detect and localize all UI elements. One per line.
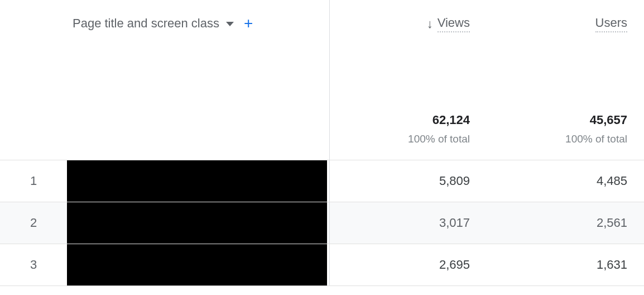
users-cell: 4,485: [487, 160, 644, 202]
total-value: 62,124: [330, 113, 470, 127]
total-subtext: 100% of total: [487, 133, 627, 145]
totals-dimension-cell: [0, 98, 329, 160]
dimension-header-cell: Page title and screen class +: [0, 0, 329, 98]
sort-down-arrow-icon[interactable]: ↓: [427, 18, 433, 30]
totals-users-cell: 45,657 100% of total: [487, 98, 644, 160]
table-body: 62,124 100% of total 45,657 100% of tota…: [0, 98, 644, 286]
views-cell: 3,017: [329, 202, 487, 244]
metric-label[interactable]: Users: [595, 16, 627, 32]
row-index: 1: [0, 174, 67, 188]
metric-header-users: Users: [487, 0, 644, 98]
totals-views-cell: 62,124 100% of total: [329, 98, 487, 160]
table-row[interactable]: 15,8094,485: [0, 160, 644, 202]
dimension-label[interactable]: Page title and screen class: [73, 16, 219, 31]
metric-label[interactable]: Views: [438, 16, 470, 32]
views-cell: 2,695: [329, 244, 487, 286]
dimension-cell: 1: [0, 160, 329, 202]
totals-row: 62,124 100% of total 45,657 100% of tota…: [0, 98, 644, 160]
views-cell: 5,809: [329, 160, 487, 202]
redacted-block: [67, 244, 327, 286]
chevron-down-icon[interactable]: [226, 22, 234, 26]
table-row[interactable]: 32,6951,631: [0, 244, 644, 286]
report-table: Page title and screen class + ↓ Views Us…: [0, 0, 644, 286]
redacted-block: [67, 202, 327, 244]
metric-header-views: ↓ Views: [329, 0, 487, 98]
users-cell: 1,631: [487, 244, 644, 286]
total-subtext: 100% of total: [330, 133, 470, 145]
dimension-cell: 3: [0, 244, 329, 286]
redacted-block: [67, 160, 327, 202]
row-index: 3: [0, 258, 67, 272]
table-row[interactable]: 23,0172,561: [0, 202, 644, 244]
add-dimension-icon[interactable]: +: [244, 16, 253, 31]
row-index: 2: [0, 216, 67, 230]
table-header-row: Page title and screen class + ↓ Views Us…: [0, 0, 644, 98]
total-value: 45,657: [487, 113, 627, 127]
users-cell: 2,561: [487, 202, 644, 244]
dimension-cell: 2: [0, 202, 329, 244]
